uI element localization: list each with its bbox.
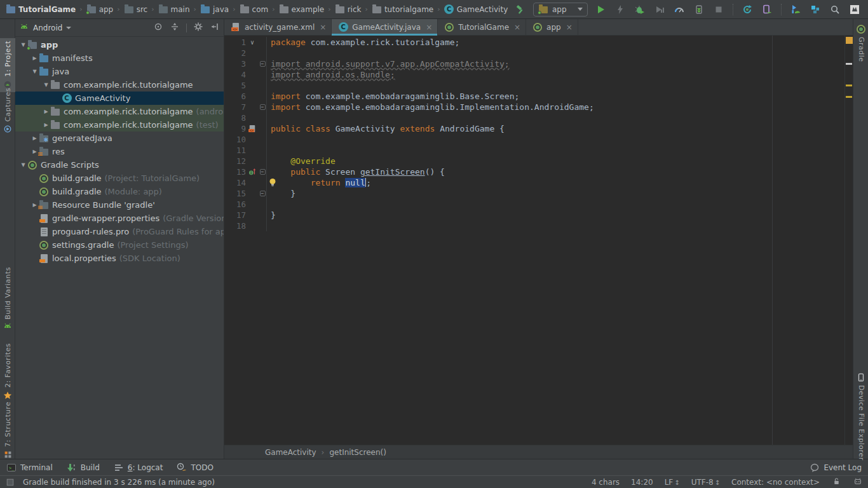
stop-icon-button[interactable] [712,3,726,17]
code-line-11[interactable]: 11 [224,145,853,156]
tree-item-manifests[interactable]: ▶manifests [15,51,224,65]
tree-item-resource-bundle-gradle-[interactable]: ▶Resource Bundle 'gradle' [15,198,224,212]
code-line-10[interactable]: 10 [224,134,853,145]
encoding-indicator[interactable]: UTF-8↕ [691,478,720,487]
profiler-gauge-icon-button[interactable] [672,3,686,17]
tree-item-generatedjava[interactable]: ▶✱generatedJava [15,132,224,145]
tree-item-com-example-rick-tutorialgame[interactable]: ▼com.example.rick.tutorialgame [15,78,224,92]
breadcrumb-item-rick[interactable]: rick [333,3,363,16]
tree-item-com-example-rick-tutorialgame[interactable]: ▶com.example.rick.tutorialgame(test) [15,118,224,132]
run-icon-button[interactable] [593,3,607,17]
breadcrumb-item-example[interactable]: example [277,3,327,16]
lock-icon[interactable] [831,477,841,488]
tree-right-arrow[interactable]: ▶ [42,109,50,114]
layout-inspector-icon-button[interactable] [808,3,822,17]
code-line-18[interactable]: 18 [224,220,853,231]
toolwindow-button-build[interactable]: Build [67,463,100,473]
tool-stripe-7-structure[interactable]: 7: Structure [0,399,15,462]
tree-item-gradle-scripts[interactable]: ▼Gradle Scripts [15,158,224,172]
breadcrumb-item-app[interactable]: app [85,3,116,16]
tree-item-app[interactable]: ▼app [15,38,224,51]
breadcrumb-item-tutorialgame[interactable]: tutorialgame [370,3,435,16]
locate-icon[interactable] [153,22,163,34]
tree-item-settings-gradle[interactable]: settings.gradle(Project Settings) [15,238,224,252]
tree-item-proguard-rules-pro[interactable]: proguard-rules.pro(ProGuard Rules for ap… [15,225,224,238]
tool-stripe-2-favorites[interactable]: 2: Favorites [0,341,15,403]
tool-stripe-build-variants[interactable]: Build Variants [0,264,15,335]
editor-breadcrumb-method[interactable]: getInitScreen() [329,448,386,457]
tree-down-arrow[interactable]: ▼ [19,162,27,168]
gradle-sync-icon-button[interactable] [740,3,754,17]
fold-marker-icon[interactable]: − [260,191,266,196]
fold-marker-icon[interactable]: − [260,169,266,175]
stripe-mark[interactable] [846,96,852,98]
code-line-13[interactable]: 13I− public Screen getInitScreen() { [224,166,853,177]
project-view-selector[interactable]: Android [33,24,62,32]
toolwindow-button-6-logcat[interactable]: 6: Logcat [114,463,163,473]
close-tab-icon[interactable]: × [426,23,432,32]
tree-item-local-properties[interactable]: local.properties(SDK Location) [15,252,224,265]
breadcrumb-item-main[interactable]: main [156,3,192,16]
tree-down-arrow[interactable]: ▼ [19,42,27,48]
tool-stripe-1-project[interactable]: 1: Project [0,38,15,92]
inspection-status-knob[interactable] [846,37,853,44]
code-editor[interactable]: 1∨package com.example.rick.tutorialgame;… [224,36,853,445]
breadcrumb-item-gameactivity[interactable]: CGameActivity [442,3,510,16]
hide-panel-icon[interactable] [210,22,220,34]
code-line-12[interactable]: 12 @Override [224,156,853,166]
tree-right-arrow[interactable]: ▶ [31,55,39,61]
toolwindow-button-event-log[interactable]: Event Log [810,463,862,473]
breadcrumb-item-tutorialgame[interactable]: TutorialGame [4,3,78,16]
build-hammer-icon-button[interactable] [513,3,527,17]
attach-debugger-icon-button[interactable] [789,3,803,17]
code-line-3[interactable]: 3−import android.support.v7.app.AppCompa… [224,58,853,69]
toolwindow-button-terminal[interactable]: >_Terminal [6,463,53,473]
run-configuration-select[interactable]: app [533,3,588,17]
apply-changes-icon-button[interactable] [613,3,627,17]
editor-breadcrumb-class[interactable]: GameActivity [265,448,316,457]
caret-position-indicator[interactable]: 14:20 [631,478,653,487]
code-line-5[interactable]: 5 [224,80,853,91]
tree-right-arrow[interactable]: ▶ [31,135,39,141]
robot-icon[interactable] [853,477,863,488]
breadcrumb-item-java[interactable]: java [198,3,231,16]
code-line-9[interactable]: 9<>public class GameActivity extends And… [224,123,853,134]
tree-item-com-example-rick-tutorialgame[interactable]: ▶com.example.rick.tutorialgame(androidTe… [15,105,224,118]
settings-gear-icon[interactable] [193,22,203,34]
stripe-mark[interactable] [846,85,852,86]
install-to-device-icon-button[interactable] [692,3,706,17]
code-line-16[interactable]: 16 [224,199,853,210]
code-line-15[interactable]: 15− } [224,188,853,199]
tree-item-java[interactable]: ▼java [15,65,224,78]
device-manager-icon-button[interactable] [760,3,774,17]
error-stripe[interactable] [844,36,853,445]
user-avatar-icon-button[interactable] [848,3,862,17]
line-ending-indicator[interactable]: LF↕ [665,478,680,487]
editor-tab-gameactivity-java[interactable]: CGameActivity.java× [332,19,438,35]
tree-down-arrow[interactable]: ▼ [42,82,50,88]
breadcrumb-item-com[interactable]: com [238,3,271,16]
tree-down-arrow[interactable]: ▼ [31,69,39,74]
close-tab-icon[interactable]: × [566,23,573,32]
editor-tab-tutorialgame[interactable]: TutorialGame× [438,19,526,35]
tree-item-build-gradle[interactable]: build.gradle(Project: TutorialGame) [15,172,224,185]
code-line-7[interactable]: 7−import com.example.emobadaragaminglib.… [224,102,853,112]
collapse-all-icon[interactable] [170,22,180,34]
close-tab-icon[interactable]: × [514,23,520,32]
intention-bulb-icon[interactable] [268,177,278,187]
tool-stripe-device-file-explorer[interactable]: Device File Explorer [853,370,868,463]
code-line-6[interactable]: 6import com.example.emobadaragaminglib.B… [224,91,853,102]
tree-item-build-gradle[interactable]: build.gradle(Module: app) [15,185,224,198]
code-line-14[interactable]: 14 return null; [224,177,853,188]
toolwindow-button-todo[interactable]: TODO [177,463,213,473]
profile-icon-button[interactable] [653,3,667,17]
code-line-1[interactable]: 1∨package com.example.rick.tutorialgame; [224,37,853,48]
code-line-2[interactable]: 2 [224,48,853,58]
code-line-4[interactable]: 4import android.os.Bundle; [224,69,853,80]
tree-right-arrow[interactable]: ▶ [42,122,50,128]
editor-tab-activity-game-xml[interactable]: <>activity_game.xml× [224,19,332,35]
breadcrumb-item-src[interactable]: src [122,3,150,16]
code-line-8[interactable]: 8 [224,112,853,123]
tool-stripe-gradle[interactable]: Gradle [853,22,868,65]
code-line-17[interactable]: 17} [224,210,853,220]
